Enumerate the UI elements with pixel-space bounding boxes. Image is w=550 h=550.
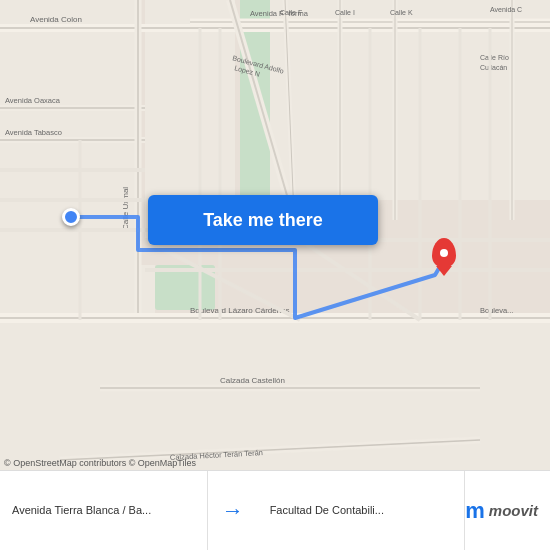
svg-text:Avenida Tabasco: Avenida Tabasco: [5, 128, 62, 137]
svg-text:Calle F: Calle F: [280, 9, 302, 16]
bottom-bar: Avenida Tierra Blanca / Ba... → Facultad…: [0, 470, 550, 550]
svg-text:Calle K: Calle K: [390, 9, 413, 16]
origin-label: Avenida Tierra Blanca / Ba...: [12, 503, 151, 517]
svg-text:Avenida Colon: Avenida Colon: [30, 15, 82, 24]
svg-text:Avenida Oaxaca: Avenida Oaxaca: [5, 96, 61, 105]
destination-marker: [432, 238, 456, 268]
take-me-there-button[interactable]: Take me there: [148, 195, 378, 245]
svg-text:Calzada Castellón: Calzada Castellón: [220, 376, 285, 385]
take-me-there-label: Take me there: [203, 210, 323, 231]
origin-item[interactable]: Avenida Tierra Blanca / Ba...: [0, 471, 208, 550]
moovit-m-icon: m: [465, 498, 485, 524]
moovit-text: moovit: [489, 502, 538, 519]
svg-text:Calle Uxmal: Calle Uxmal: [121, 187, 130, 230]
moovit-logo: m moovit: [465, 471, 550, 550]
map-attribution: © OpenStreetMap contributors © OpenMapTi…: [4, 458, 196, 468]
destination-label: Facultad De Contabili...: [270, 503, 384, 517]
svg-rect-5: [0, 265, 155, 315]
destination-item[interactable]: Facultad De Contabili...: [258, 471, 466, 550]
svg-text:Avenida C: Avenida C: [490, 6, 522, 13]
origin-marker: [62, 208, 80, 226]
svg-text:Cullacán: Cullacán: [480, 64, 507, 71]
map-container: Avenida Colon Avenida Reforma Avenida Oa…: [0, 0, 550, 470]
svg-text:Bouleva...: Bouleva...: [480, 306, 513, 315]
svg-text:Calle I: Calle I: [335, 9, 355, 16]
svg-text:Calle Río: Calle Río: [480, 54, 509, 61]
direction-arrow: →: [208, 471, 258, 550]
